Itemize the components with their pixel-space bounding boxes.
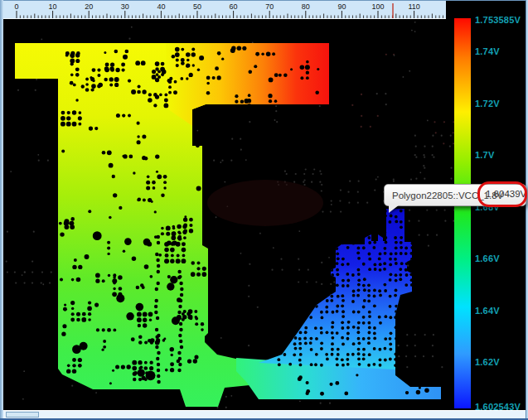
- ruler-number: 50: [193, 2, 201, 11]
- pcb-voltage-viewer-window: 0102030405060708090100110 1.753585V1.74V…: [0, 0, 528, 420]
- ruler-number: 40: [157, 2, 165, 11]
- ruler-number: 0: [14, 2, 18, 11]
- ruler-number: 10: [49, 2, 57, 11]
- voltage-tooltip: Polygon22805::VCC_1.8V 1.60439V: [384, 184, 526, 206]
- annotation-highlight: [477, 181, 527, 207]
- ruler-number: 30: [121, 2, 129, 11]
- ruler-number: 60: [230, 2, 238, 11]
- ruler-number: 70: [265, 2, 274, 11]
- ruler-number: 20: [85, 2, 93, 11]
- window-border-top: [0, 0, 528, 1]
- voltage-colorbar: [454, 18, 471, 408]
- ruler-number: 110: [408, 2, 419, 11]
- horizontal-ruler: 0102030405060708090100110: [3, 1, 446, 19]
- tooltip-tail: [389, 205, 400, 213]
- ruler-number: 90: [337, 2, 346, 11]
- ruler-number: 80: [302, 2, 310, 11]
- horizontal-scrollbar[interactable]: [3, 410, 526, 418]
- window-border-left: [0, 0, 3, 420]
- ghost-glow: [207, 180, 323, 226]
- horizontal-scrollbar-thumb[interactable]: [6, 412, 39, 418]
- pcb-canvas[interactable]: [0, 0, 528, 420]
- ruler-number: 100: [371, 2, 384, 11]
